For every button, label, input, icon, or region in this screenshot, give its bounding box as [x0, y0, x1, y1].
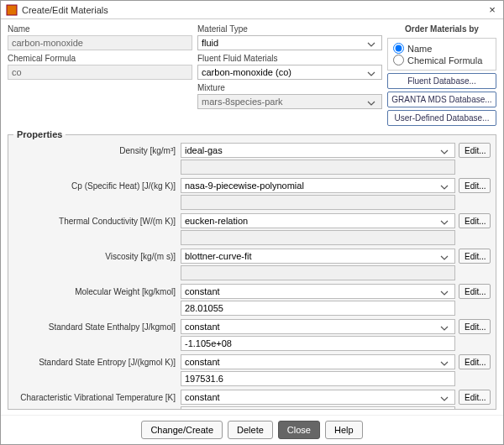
column-mid: Material Type Fluent Fluid Materials Mix… — [197, 23, 382, 126]
dialog-title: Create/Edit Materials — [22, 5, 486, 15]
close-button[interactable]: Close — [278, 421, 320, 439]
property-label: Standard State Entropy [J/(kgmol K)] — [13, 358, 177, 367]
material-type-label: Material Type — [197, 24, 382, 34]
property-method-select[interactable] — [181, 319, 455, 334]
edit-button[interactable]: Edit... — [459, 178, 491, 193]
order-by-formula[interactable]: Chemical Formula — [393, 55, 491, 65]
footer: Change/Create Delete Close Help — [1, 415, 503, 444]
property-row: Density [kg/m³]Edit... — [13, 143, 491, 158]
property-row: Molecular Weight [kg/kmol]Edit... — [13, 284, 491, 299]
close-icon[interactable]: × — [486, 3, 498, 16]
order-by-name[interactable]: Name — [393, 43, 491, 54]
property-value-input[interactable] — [181, 406, 455, 410]
column-left: Name Chemical Formula — [8, 23, 192, 126]
property-value-row — [13, 301, 491, 316]
property-value-row — [13, 230, 491, 245]
property-value-input[interactable] — [181, 336, 455, 351]
property-value-input[interactable] — [181, 230, 455, 245]
edit-button[interactable]: Edit... — [459, 284, 491, 299]
property-value-input[interactable] — [181, 160, 455, 175]
property-value-input[interactable] — [181, 301, 455, 316]
fluent-materials-select[interactable] — [197, 65, 382, 80]
property-value-row — [13, 265, 491, 280]
property-label: Density [kg/m³] — [13, 146, 177, 155]
name-field[interactable] — [8, 35, 192, 50]
dialog: Create/Edit Materials × Name Chemical Fo… — [0, 0, 504, 445]
property-row: Thermal Conductivity [W/(m K)]Edit... — [13, 213, 491, 228]
property-method-select[interactable] — [181, 390, 455, 405]
property-value-row — [13, 406, 491, 410]
properties-wrap: Properties Density [kg/m³]Edit...Cp (Spe… — [8, 129, 496, 410]
property-row: Standard State Entropy [J/(kgmol K)]Edit… — [13, 354, 491, 369]
formula-field[interactable] — [8, 65, 192, 80]
help-button[interactable]: Help — [325, 421, 363, 439]
fluent-database-button[interactable]: Fluent Database... — [387, 73, 496, 89]
property-label: Thermal Conductivity [W/(m K)] — [13, 217, 177, 226]
edit-button[interactable]: Edit... — [459, 143, 491, 158]
edit-button[interactable]: Edit... — [459, 354, 491, 369]
property-label: Cp (Specific Heat) [J/(kg K)] — [13, 181, 177, 191]
fluent-materials-label: Fluent Fluid Materials — [197, 54, 382, 63]
property-value-row — [13, 160, 491, 175]
app-icon — [6, 4, 18, 16]
edit-button[interactable]: Edit... — [459, 319, 491, 334]
order-formula-label: Chemical Formula — [407, 55, 482, 65]
property-value-input[interactable] — [181, 265, 455, 280]
name-label: Name — [8, 24, 192, 34]
property-method-select[interactable] — [181, 249, 455, 264]
property-row: Characteristic Vibrational Temperature [… — [13, 390, 491, 405]
property-label: Molecular Weight [kg/kmol] — [13, 287, 177, 296]
titlebar: Create/Edit Materials × — [1, 1, 503, 19]
order-name-label: Name — [407, 44, 432, 54]
property-value-row — [13, 371, 491, 386]
granta-database-button[interactable]: GRANTA MDS Database... — [387, 92, 496, 107]
property-row: Viscosity [kg/(m s)]Edit... — [13, 249, 491, 264]
properties-legend: Properties — [13, 129, 66, 139]
radio-name[interactable] — [393, 43, 404, 54]
change-create-button[interactable]: Change/Create — [141, 421, 223, 439]
edit-button[interactable]: Edit... — [459, 249, 491, 264]
property-value-input[interactable] — [181, 371, 455, 386]
column-right: Order Materials by Name Chemical Formula… — [387, 23, 496, 126]
property-method-select[interactable] — [181, 143, 455, 158]
mixture-select[interactable] — [197, 94, 382, 109]
svg-rect-0 — [7, 5, 17, 15]
order-header: Order Materials by — [387, 24, 496, 34]
edit-button[interactable]: Edit... — [459, 390, 491, 405]
property-label: Viscosity [kg/(m s)] — [13, 252, 177, 261]
delete-button[interactable]: Delete — [228, 421, 273, 439]
property-method-select[interactable] — [181, 213, 455, 228]
order-box: Name Chemical Formula — [387, 38, 496, 71]
property-method-select[interactable] — [181, 178, 455, 193]
property-row: Standard State Enthalpy [J/kgmol]Edit... — [13, 319, 491, 334]
edit-button[interactable]: Edit... — [459, 213, 491, 228]
property-value-input[interactable] — [181, 195, 455, 210]
property-label: Characteristic Vibrational Temperature [… — [13, 393, 177, 402]
material-type-select[interactable] — [197, 35, 382, 50]
properties-panel: Properties Density [kg/m³]Edit...Cp (Spe… — [8, 129, 496, 410]
property-value-row — [13, 195, 491, 210]
property-method-select[interactable] — [181, 284, 455, 299]
mixture-label: Mixture — [197, 83, 382, 92]
property-value-row — [13, 336, 491, 351]
radio-formula[interactable] — [393, 55, 404, 65]
formula-label: Chemical Formula — [8, 54, 192, 63]
property-row: Cp (Specific Heat) [J/(kg K)]Edit... — [13, 178, 491, 193]
user-database-button[interactable]: User-Defined Database... — [387, 110, 496, 126]
property-method-select[interactable] — [181, 354, 455, 369]
top-area: Name Chemical Formula Material Type Flue… — [1, 19, 503, 128]
property-label: Standard State Enthalpy [J/kgmol] — [13, 322, 177, 332]
